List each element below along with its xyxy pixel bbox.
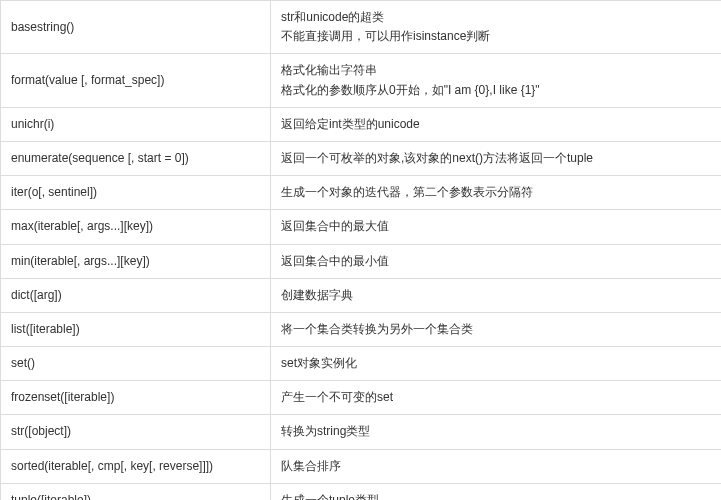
function-signature: basestring() <box>1 1 271 54</box>
function-description: 队集合排序 <box>271 449 722 483</box>
table-row: unichr(i)返回给定int类型的unicode <box>1 107 722 141</box>
function-description: 将一个集合类转换为另外一个集合类 <box>271 312 722 346</box>
function-description: 返回集合中的最大值 <box>271 210 722 244</box>
table-row: min(iterable[, args...][key])返回集合中的最小值 <box>1 244 722 278</box>
function-signature: set() <box>1 347 271 381</box>
function-description: set对象实例化 <box>271 347 722 381</box>
function-signature: min(iterable[, args...][key]) <box>1 244 271 278</box>
function-signature: iter(o[, sentinel]) <box>1 176 271 210</box>
function-reference-table: basestring()str和unicode的超类不能直接调用，可以用作isi… <box>0 0 721 500</box>
function-signature: enumerate(sequence [, start = 0]) <box>1 141 271 175</box>
table-row: str([object])转换为string类型 <box>1 415 722 449</box>
function-description: 返回集合中的最小值 <box>271 244 722 278</box>
function-signature: max(iterable[, args...][key]) <box>1 210 271 244</box>
function-description: str和unicode的超类不能直接调用，可以用作isinstance判断 <box>271 1 722 54</box>
function-description: 返回一个可枚举的对象,该对象的next()方法将返回一个tuple <box>271 141 722 175</box>
table-row: basestring()str和unicode的超类不能直接调用，可以用作isi… <box>1 1 722 54</box>
function-signature: format(value [, format_spec]) <box>1 54 271 107</box>
table-row: sorted(iterable[, cmp[, key[, reverse]]]… <box>1 449 722 483</box>
table-row: max(iterable[, args...][key])返回集合中的最大值 <box>1 210 722 244</box>
table-row: list([iterable])将一个集合类转换为另外一个集合类 <box>1 312 722 346</box>
function-signature: dict([arg]) <box>1 278 271 312</box>
function-description: 生成一个对象的迭代器，第二个参数表示分隔符 <box>271 176 722 210</box>
function-description: 产生一个不可变的set <box>271 381 722 415</box>
table-body: basestring()str和unicode的超类不能直接调用，可以用作isi… <box>1 1 722 501</box>
table-row: tuple([iterable])生成一个tuple类型 <box>1 483 722 500</box>
function-description: 返回给定int类型的unicode <box>271 107 722 141</box>
function-description: 格式化输出字符串格式化的参数顺序从0开始，如"I am {0},I like {… <box>271 54 722 107</box>
function-signature: str([object]) <box>1 415 271 449</box>
function-description: 创建数据字典 <box>271 278 722 312</box>
function-signature: unichr(i) <box>1 107 271 141</box>
table-row: enumerate(sequence [, start = 0])返回一个可枚举… <box>1 141 722 175</box>
function-signature: tuple([iterable]) <box>1 483 271 500</box>
table-row: set()set对象实例化 <box>1 347 722 381</box>
function-description: 生成一个tuple类型 <box>271 483 722 500</box>
function-signature: sorted(iterable[, cmp[, key[, reverse]]]… <box>1 449 271 483</box>
table-row: frozenset([iterable])产生一个不可变的set <box>1 381 722 415</box>
function-signature: list([iterable]) <box>1 312 271 346</box>
function-signature: frozenset([iterable]) <box>1 381 271 415</box>
table-row: dict([arg])创建数据字典 <box>1 278 722 312</box>
table-row: format(value [, format_spec])格式化输出字符串格式化… <box>1 54 722 107</box>
function-description: 转换为string类型 <box>271 415 722 449</box>
table-row: iter(o[, sentinel])生成一个对象的迭代器，第二个参数表示分隔符 <box>1 176 722 210</box>
